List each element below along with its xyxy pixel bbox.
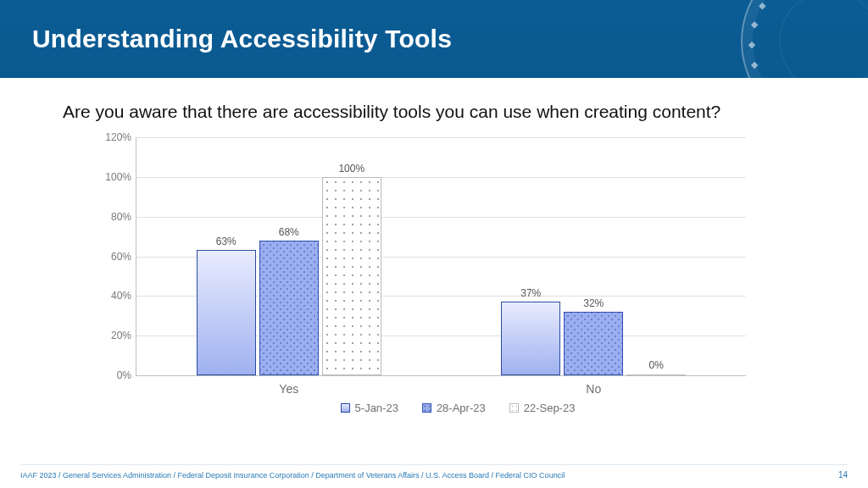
y-tick-label: 100%: [94, 171, 131, 183]
bar-value-label: 100%: [338, 163, 364, 175]
slide-header: Understanding Accessibility Tools: [0, 0, 868, 78]
y-tick-label: 20%: [94, 330, 131, 341]
y-tick-label: 40%: [94, 290, 131, 302]
survey-question: Are you aware that there are accessibili…: [63, 102, 836, 122]
legend-item: 28-Apr-23: [422, 402, 486, 414]
bar: 37%: [501, 302, 560, 375]
legend-label: 22-Sep-23: [524, 402, 576, 414]
x-category-label: No: [586, 382, 601, 396]
legend-swatch-icon: [422, 403, 431, 413]
legend-item: 22-Sep-23: [509, 402, 576, 414]
bar-value-label: 37%: [520, 287, 541, 299]
y-tick-label: 80%: [94, 211, 131, 223]
legend-label: 28-Apr-23: [437, 402, 486, 414]
legend-swatch-icon: [341, 403, 350, 413]
page-title: Understanding Accessibility Tools: [32, 25, 452, 53]
legend-label: 5-Jan-23: [355, 402, 398, 414]
legend-item: 5-Jan-23: [341, 402, 398, 414]
page-number: 14: [838, 470, 848, 480]
x-category-label: Yes: [279, 382, 298, 396]
slide-footer: IAAF 2023 / General Services Administrat…: [0, 464, 868, 480]
chart-plot-area: 0%20%40%60%80%100%120%63%68%100%Yes37%32…: [136, 137, 746, 376]
y-tick-label: 120%: [94, 131, 131, 143]
bar: 32%: [564, 312, 623, 375]
footer-credits: IAAF 2023 / General Services Administrat…: [20, 471, 565, 480]
y-tick-label: 0%: [94, 369, 131, 381]
bar: 68%: [259, 241, 319, 375]
bar-value-label: 63%: [216, 236, 236, 247]
bar-value-label: 0%: [649, 359, 664, 371]
bar-value-label: 32%: [583, 297, 604, 309]
bar: 63%: [197, 250, 256, 375]
chart-legend: 5-Jan-23 28-Apr-23 22-Sep-23: [136, 402, 780, 414]
seal-decor: [741, 0, 868, 78]
bar: 100%: [322, 177, 381, 375]
y-tick-label: 60%: [94, 251, 131, 263]
bar-value-label: 68%: [279, 226, 299, 238]
chart: 0%20%40%60%80%100%120%63%68%100%Yes37%32…: [136, 137, 780, 414]
bar: 0%: [626, 374, 686, 375]
legend-swatch-icon: [509, 403, 519, 413]
